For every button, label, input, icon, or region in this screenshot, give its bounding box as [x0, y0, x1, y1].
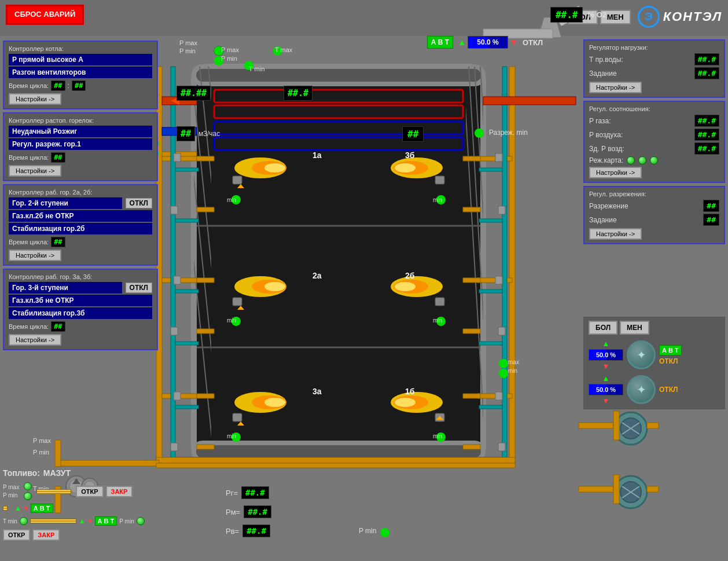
left-panels: Контроллер котла: Р прямой высокое А Раз… — [3, 41, 158, 350]
3ab-status2[interactable]: Стабилизация гор.3б — [9, 307, 152, 319]
2ab-status1[interactable]: Газ.кл.2б не ОТКР — [9, 210, 152, 222]
ratio-air-display[interactable]: ##.# — [694, 129, 719, 141]
svg-rect-72 — [502, 67, 507, 466]
svg-rect-74 — [479, 219, 502, 222]
ratio-settings-btn[interactable]: Настройки -> — [589, 167, 642, 178]
3ab-time[interactable]: ## — [51, 321, 65, 332]
svg-rect-79 — [156, 457, 515, 463]
svg-rect-120 — [435, 298, 444, 306]
razrezh-zadanie-display[interactable]: ## — [703, 214, 719, 226]
burners-status2[interactable]: Регул. разреж. гор.1 — [9, 138, 152, 150]
br-men-btn[interactable]: МЕН — [620, 321, 649, 335]
fuel-section: Топливо: МАЗУТ P max P min ОТКР ЗАКР ▲ — [3, 468, 165, 541]
svg-point-99 — [499, 369, 508, 378]
fuel-otkr-btn[interactable]: ОТКР — [76, 486, 103, 497]
razrezh-regulator-panel: Регул. разрежения: Разрежение ## Задание… — [583, 186, 725, 244]
svg-rect-56 — [197, 329, 214, 333]
ratio-regulator-panel: Регул. соотношения: Р газа: ##.# Р возду… — [583, 101, 725, 183]
svg-point-33 — [264, 282, 285, 291]
boiler-status2[interactable]: Разгон вентиляторов — [9, 67, 152, 78]
boiler-top-gauges: P max P min — [179, 39, 197, 54]
svg-rect-84 — [483, 97, 576, 105]
svg-rect-111 — [498, 206, 505, 214]
svg-rect-54 — [197, 207, 214, 212]
svg-rect-64 — [463, 445, 480, 449]
pressure-display[interactable]: ##.## — [177, 86, 211, 101]
boiler-settings-btn[interactable]: Настройки -> — [9, 93, 61, 105]
pb-display[interactable]: ##.# — [242, 525, 270, 537]
load-regulator-panel: Регулятор нагрузки: Т пр.воды: ##.# Зада… — [583, 39, 725, 98]
svg-rect-61 — [463, 278, 480, 283]
svg-rect-108 — [174, 392, 181, 400]
svg-point-100 — [380, 528, 389, 537]
burners-time[interactable]: ## — [51, 152, 65, 163]
svg-point-30 — [395, 163, 416, 173]
controller-burners-panel: Контроллер растоп. горелок: Неудачный Ро… — [3, 112, 158, 181]
svg-rect-59 — [463, 156, 480, 161]
2ab-status2[interactable]: Стабилизация гор.2б — [9, 223, 152, 234]
pump1-avt: А В Т — [659, 345, 682, 355]
svg-rect-118 — [233, 413, 242, 421]
svg-rect-65 — [171, 67, 175, 466]
svg-rect-77 — [479, 405, 502, 409]
svg-rect-144 — [647, 423, 659, 428]
ratio-gas-display[interactable]: ##.# — [694, 115, 719, 127]
reset-button[interactable]: СБРОС АВАРИЙ — [6, 5, 84, 25]
controller-3ab-panel: Контроллер раб. гор. 3а, 3б: Гор. 3-й ст… — [3, 269, 158, 350]
svg-rect-70 — [175, 405, 198, 409]
burners-status1[interactable]: Неудачный Розжиг — [9, 126, 152, 137]
boiler-time-h[interactable]: ## — [51, 80, 65, 91]
svg-point-98 — [499, 359, 508, 368]
flow-display[interactable]: ## — [177, 126, 195, 141]
controller-2ab-title: Контроллер раб. гор. 2а, 2б: — [9, 189, 152, 196]
boiler-status1[interactable]: Р прямой высокое А — [9, 54, 152, 65]
controller-3ab-title: Контроллер раб. гор. 3а, 3б: — [9, 273, 152, 280]
svg-rect-73 — [479, 168, 502, 171]
fuel-otkr2-btn[interactable]: ОТКР — [3, 529, 30, 541]
svg-rect-63 — [463, 394, 480, 398]
burner-1b-label: 1б — [405, 387, 414, 396]
svg-rect-114 — [495, 392, 502, 400]
pb-section: Рв= ##.# — [226, 525, 270, 537]
svg-rect-113 — [498, 327, 505, 335]
svg-point-27 — [264, 163, 285, 173]
svg-rect-141 — [613, 411, 619, 440]
ratio-zd-display[interactable]: ##.# — [694, 142, 719, 155]
svg-rect-80 — [58, 460, 159, 466]
controller-2ab-panel: Контроллер раб. гор. 2а, 2б: Гор. 2-й ст… — [3, 184, 158, 266]
boiler-time-m[interactable]: ## — [72, 80, 86, 91]
burner-2b-label: 2б — [405, 271, 414, 280]
svg-rect-116 — [233, 176, 242, 184]
load-zadanie-display[interactable]: ##.# — [694, 67, 719, 79]
boiler-inner-display[interactable]: ## — [402, 126, 424, 142]
fuel-zakr2-btn[interactable]: ЗАКР — [32, 529, 60, 541]
fuel-zakr-btn[interactable]: ЗАКР — [106, 486, 133, 497]
pg-display[interactable]: ##.# — [241, 486, 269, 499]
logo-icon: Э — [638, 6, 660, 28]
svg-rect-62 — [463, 329, 480, 333]
load-settings-btn[interactable]: Настройки -> — [589, 82, 642, 93]
2ab-time[interactable]: ## — [51, 237, 65, 247]
top-progress: ▲ 50.0 % ▼ — [458, 36, 518, 49]
3ab-status1[interactable]: Газ.кл.3б не ОТКР — [9, 295, 152, 306]
temp-display[interactable]: ##.# — [284, 86, 312, 101]
svg-rect-140 — [579, 423, 613, 428]
svg-rect-60 — [463, 207, 480, 212]
burners-settings-btn[interactable]: Настройки -> — [9, 165, 61, 177]
load-temp-display[interactable]: ##.# — [694, 53, 719, 65]
svg-rect-106 — [174, 276, 181, 284]
svg-rect-110 — [495, 153, 502, 162]
2ab-settings-btn[interactable]: Настройки -> — [9, 250, 61, 261]
br-bol-btn[interactable]: БОЛ — [589, 321, 617, 335]
svg-rect-67 — [175, 219, 198, 222]
3ab-settings-btn[interactable]: Настройки -> — [9, 334, 61, 346]
svg-rect-107 — [171, 327, 178, 335]
svg-rect-53 — [197, 156, 214, 161]
razrezh-display[interactable]: ## — [703, 200, 719, 212]
svg-rect-109 — [171, 443, 178, 451]
svg-rect-115 — [498, 443, 505, 451]
razrezh-settings-btn[interactable]: Настройки -> — [589, 228, 642, 240]
pm-display[interactable]: ##.# — [244, 505, 271, 518]
svg-rect-112 — [495, 276, 502, 284]
svg-point-42 — [395, 398, 416, 407]
